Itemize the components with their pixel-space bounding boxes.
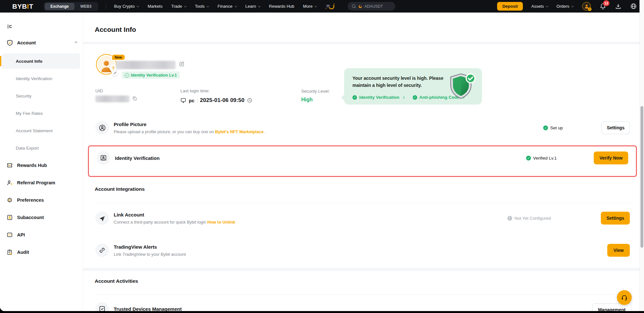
main-nav: Buy Crypto Markets Trade Tools Finance L… xyxy=(114,4,317,9)
sidebar-item-subaccount[interactable]: Subaccount xyxy=(0,209,83,226)
search-input[interactable]: ADAUSDT xyxy=(348,2,395,11)
nav-more[interactable]: More xyxy=(303,4,317,9)
copy-uid-icon[interactable] xyxy=(132,96,137,102)
chevron-right-icon xyxy=(402,96,404,98)
nav-assets[interactable]: Assets xyxy=(531,4,548,9)
trusted-devices-row: Trusted Devices Management xyxy=(95,299,630,311)
checkbox-icon xyxy=(95,302,109,311)
logo-text: BYB xyxy=(12,3,27,10)
nft-marketplace-link[interactable]: Bybit's NFT Marketplace xyxy=(215,129,263,134)
sidebar-item-account-info[interactable]: Account Info xyxy=(1,53,80,69)
rewards-ticket-icon xyxy=(6,162,13,169)
chevron-up-icon xyxy=(75,41,77,44)
row-title: Link Account xyxy=(114,212,235,217)
nav-trade[interactable]: Trade xyxy=(171,4,186,9)
bybit-logo[interactable]: BYBIT xyxy=(12,3,34,10)
search-value: ADAUSDT xyxy=(364,4,383,9)
device-name: pc xyxy=(189,98,195,103)
username-redacted xyxy=(116,61,176,69)
chevron-down-icon xyxy=(571,5,574,7)
main-content: Account Info ? New xyxy=(83,13,644,311)
row-description: Link TradingView to your Bybit account xyxy=(114,252,186,257)
nav-buy-crypto[interactable]: Buy Crypto xyxy=(114,4,139,9)
nav-markets[interactable]: Markets xyxy=(148,4,162,9)
avatar-question-badge: ? xyxy=(588,7,591,11)
user-avatar[interactable]: ? xyxy=(582,2,591,11)
new-badge: New xyxy=(111,54,125,60)
tab-exchange[interactable]: Exchange xyxy=(45,3,75,10)
sidebar-item-api[interactable]: API API xyxy=(0,226,83,244)
sidebar-item-rewards-hub[interactable]: Rewards Hub xyxy=(0,157,83,174)
api-chip-icon: API xyxy=(6,232,13,238)
logo-text: T xyxy=(29,3,33,10)
search-icon xyxy=(351,4,356,9)
profile-picture-settings-button[interactable]: Settings xyxy=(601,121,630,134)
scrollbar[interactable] xyxy=(639,0,644,311)
nav-tools[interactable]: Tools xyxy=(195,4,209,9)
last-login-row: pc 2025-01-06 09:50 xyxy=(180,96,252,105)
collapse-sidebar-icon[interactable] xyxy=(7,23,13,31)
tradingview-view-button[interactable]: View xyxy=(607,244,630,257)
chevron-down-icon xyxy=(184,5,187,7)
security-tip-links: Identity Verification Anti-phishing Code xyxy=(352,95,464,100)
browser-window: BYBIT Exchange WEB3 Buy Crypto Markets T… xyxy=(0,0,644,311)
screen: BYBIT Exchange WEB3 Buy Crypto Markets T… xyxy=(0,0,644,313)
nav-learn[interactable]: Learn xyxy=(245,4,260,9)
sidebar-item-account[interactable]: Account xyxy=(6,36,77,50)
security-level-label: Security Level: xyxy=(301,89,330,94)
how-to-unlink-link[interactable]: How to Unlink xyxy=(207,220,235,225)
deposit-button[interactable]: Deposit xyxy=(497,2,523,11)
chain-link-icon xyxy=(95,244,109,257)
topbar-divider xyxy=(106,4,106,9)
notifications-bell-icon[interactable]: 13 xyxy=(600,3,606,10)
chevron-down-icon xyxy=(258,5,261,7)
sidebar-item-account-statement[interactable]: Account Statement xyxy=(0,122,83,139)
status-set-up: Set up xyxy=(543,125,563,130)
identity-verification-link[interactable]: Identity Verification xyxy=(352,95,404,100)
download-app-icon[interactable] xyxy=(615,3,621,10)
scrollbar-thumb[interactable] xyxy=(640,106,643,248)
support-chat-button[interactable] xyxy=(617,290,632,305)
security-level-value: High xyxy=(301,97,313,103)
nav-rewards-hub[interactable]: Rewards Hub xyxy=(269,4,294,9)
paper-plane-icon xyxy=(95,211,109,225)
tab-web3[interactable]: WEB3 xyxy=(74,3,97,10)
sidebar-item-my-fee-rates[interactable]: My Fee Rates xyxy=(0,105,83,122)
shield-account-icon xyxy=(6,40,13,46)
sidebar-item-preferences[interactable]: Preferences xyxy=(0,191,83,209)
check-circle-icon xyxy=(352,95,357,100)
monitor-icon xyxy=(180,97,186,103)
info-icon xyxy=(507,216,512,221)
identity-verification-row: Identity Verification Verified Lv.1 Veri… xyxy=(97,148,628,168)
header-divider-band xyxy=(83,42,644,44)
uid-redacted xyxy=(95,96,130,102)
sidebar-item-security[interactable]: Security xyxy=(0,87,83,105)
app-body: Account Account Info Identity Verificati… xyxy=(0,13,644,311)
gear-icon xyxy=(6,197,13,203)
row-description: Please upload a profile picture, or you … xyxy=(114,129,266,134)
chevron-down-icon xyxy=(546,5,548,7)
link-account-settings-button[interactable]: Settings xyxy=(601,212,630,225)
uid-label: UID xyxy=(95,88,103,93)
sidebar-item-referral-program[interactable]: Referral Program xyxy=(0,174,83,191)
sidebar-item-data-export[interactable]: Data Export xyxy=(0,139,83,157)
edit-username-icon[interactable] xyxy=(179,61,185,68)
referral-person-icon xyxy=(6,180,13,186)
kyc-level-badge: Identity Verification Lv.1 xyxy=(122,71,180,79)
nav-orders[interactable]: Orders xyxy=(556,4,573,9)
link-account-row: Link Account Connect a third-party accou… xyxy=(95,208,630,228)
security-tip-message: Your account security level is high. Ple… xyxy=(352,75,449,89)
nav-finance[interactable]: Finance xyxy=(217,4,236,9)
green-shield-graphic xyxy=(448,72,477,103)
chevron-down-icon xyxy=(207,5,209,7)
event-promo-icon[interactable] xyxy=(325,3,335,10)
avatar-edit-icon[interactable] xyxy=(112,70,118,76)
sidebar-item-audit[interactable]: Audit xyxy=(0,244,83,261)
chevron-down-icon xyxy=(314,5,317,7)
section-divider-band xyxy=(83,268,644,271)
verify-now-button[interactable]: Verify Now xyxy=(594,152,628,164)
language-globe-icon[interactable] xyxy=(630,3,637,10)
clock-icon xyxy=(247,98,252,103)
chevron-down-icon xyxy=(234,5,237,7)
sidebar-item-identity-verification[interactable]: Identity Verification xyxy=(0,70,83,87)
